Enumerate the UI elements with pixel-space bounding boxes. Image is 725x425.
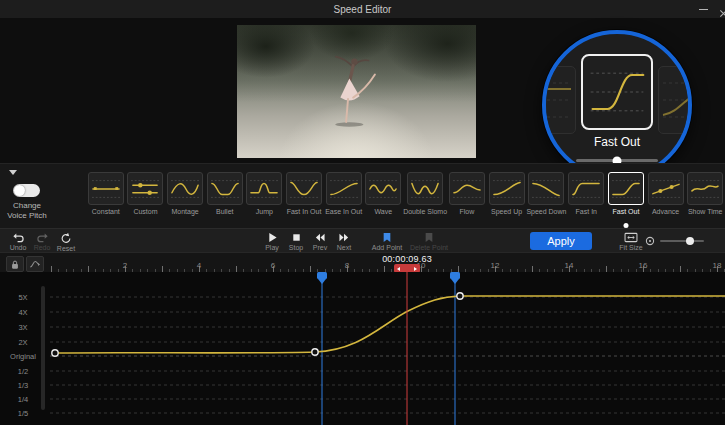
preset-bullet[interactable]: Bullet [205, 164, 245, 229]
next-icon [338, 232, 350, 243]
apply-button-label: Apply [547, 235, 575, 247]
preset-show-time[interactable]: Show Time [685, 164, 725, 229]
magnified-adjacent-preset-left [542, 66, 576, 134]
play-icon [267, 232, 278, 243]
preview-area: Fast Out [0, 18, 725, 163]
zoom-level-icon [645, 236, 655, 246]
preset-jump[interactable]: Jump [245, 164, 285, 229]
window-title: Speed Editor [334, 4, 392, 15]
undo-icon [12, 232, 25, 243]
play-button[interactable]: Play [260, 229, 284, 253]
add-point-icon [382, 232, 392, 243]
ruler-number: 14 [565, 261, 574, 270]
preset-advance[interactable]: Advance [646, 164, 686, 229]
voice-pitch-toggle[interactable] [13, 184, 40, 197]
speed-editor-window: Speed Editor [0, 0, 725, 425]
minimize-icon [699, 9, 708, 10]
preset-fast-in-icon [568, 172, 604, 205]
magnified-preset-label: Fast Out [546, 135, 688, 149]
zoom-magnifier: Fast Out [542, 30, 692, 180]
minimize-button[interactable] [699, 9, 708, 10]
timeline-zoom-slider[interactable] [660, 240, 704, 242]
ruler-number: 16 [639, 261, 648, 270]
redo-button[interactable]: Redo [30, 229, 54, 253]
lock-button[interactable] [6, 256, 24, 272]
toggle-knob [14, 185, 25, 196]
preset-ease-in-out[interactable]: Ease In Out [324, 164, 364, 229]
preset-fast-out-icon [608, 172, 644, 205]
dancer-figure [319, 38, 383, 138]
ruler-number: 4 [197, 261, 201, 270]
stop-button[interactable]: Stop [284, 229, 308, 253]
undo-button[interactable]: Undo [6, 229, 30, 253]
preset-jump-icon [246, 172, 282, 205]
preset-wave[interactable]: Wave [363, 164, 403, 229]
ruler-number: 18 [713, 261, 722, 270]
ruler-number: 6 [271, 261, 275, 270]
titlebar: Speed Editor [0, 0, 725, 19]
magnified-adjacent-preset-right [658, 66, 692, 134]
curve-edit-icon [29, 259, 41, 269]
apply-button[interactable]: Apply [530, 232, 592, 250]
preset-fast-in[interactable]: Fast In [566, 164, 606, 229]
prev-icon [314, 232, 326, 243]
keyframe-marker[interactable] [317, 272, 327, 425]
preset-fast-out[interactable]: Fast Out [606, 164, 646, 229]
reset-button[interactable]: Reset [54, 229, 78, 253]
preset-custom[interactable]: Custom [126, 164, 166, 229]
speed-curve[interactable] [55, 296, 725, 353]
fit-size-icon [624, 232, 638, 243]
collapse-arrow-icon[interactable] [9, 170, 17, 175]
speed-curve-graph[interactable]: 5X 4X 3X 2X Original 1/2 1/3 1/4 1/5 [0, 272, 725, 425]
preset-montage-icon [167, 172, 203, 205]
preset-show-time-icon [687, 172, 723, 205]
delete-point-button[interactable]: Delete Point [408, 229, 450, 253]
preset-double-slomo[interactable]: Double Slomo [403, 164, 447, 229]
delete-point-icon [424, 232, 434, 243]
voice-pitch-label-line2: Voice Pitch [7, 211, 47, 220]
preset-speed-up-icon [489, 172, 525, 205]
magnified-fast-out-thumbnail [581, 54, 653, 130]
current-time-label: 00:00:09.63 [382, 254, 432, 264]
preset-advance-icon [648, 172, 684, 205]
stop-icon [291, 232, 302, 243]
redo-icon [36, 232, 49, 243]
curve-control-point[interactable] [312, 349, 318, 355]
preset-bullet-icon [207, 172, 243, 205]
fast-out-curve-icon [585, 58, 649, 126]
curve-edit-button[interactable] [26, 256, 44, 272]
ruler-number: 2 [123, 261, 127, 270]
preset-double-slomo-icon [407, 172, 443, 205]
preset-list: Constant Custom Montage Bullet [86, 164, 725, 229]
add-point-button[interactable]: Add Point [366, 229, 408, 253]
preset-speed-down[interactable]: Speed Down [526, 164, 566, 229]
curve-control-point[interactable] [457, 293, 463, 299]
preset-constant[interactable]: Constant [86, 164, 126, 229]
timeline-zoom-handle[interactable] [686, 237, 694, 245]
video-preview [237, 25, 476, 158]
preset-custom-icon [127, 172, 163, 205]
preset-wave-icon [365, 172, 401, 205]
preset-speed-up[interactable]: Speed Up [487, 164, 527, 229]
preset-fast-in-out[interactable]: Fast In Out [284, 164, 324, 229]
prev-button[interactable]: Prev [308, 229, 332, 253]
grid-lines [50, 297, 725, 413]
timeline-ruler[interactable]: 2 4 6 8 10 12 14 16 18 00:00:09.63 [0, 252, 725, 273]
preset-constant-icon [88, 172, 124, 205]
curve-control-point[interactable] [52, 350, 58, 356]
preset-speed-down-icon [528, 172, 564, 205]
preset-row: Change Voice Pitch Constant Custom [0, 163, 725, 229]
magnified-speed-slider[interactable] [576, 159, 658, 162]
ruler-number: 12 [491, 261, 500, 270]
voice-pitch-label-line1: Change [13, 201, 41, 210]
toolbar: Undo Redo Reset Play [0, 228, 725, 253]
preset-montage[interactable]: Montage [165, 164, 205, 229]
preset-flow-icon [449, 172, 485, 205]
ruler-number: 8 [345, 261, 349, 270]
next-button[interactable]: Next [332, 229, 356, 253]
lock-icon [10, 259, 20, 270]
preset-fast-in-out-icon [286, 172, 322, 205]
preset-flow[interactable]: Flow [447, 164, 487, 229]
preset-ease-in-out-icon [326, 172, 362, 205]
voice-pitch-label: Change Voice Pitch [0, 201, 55, 221]
